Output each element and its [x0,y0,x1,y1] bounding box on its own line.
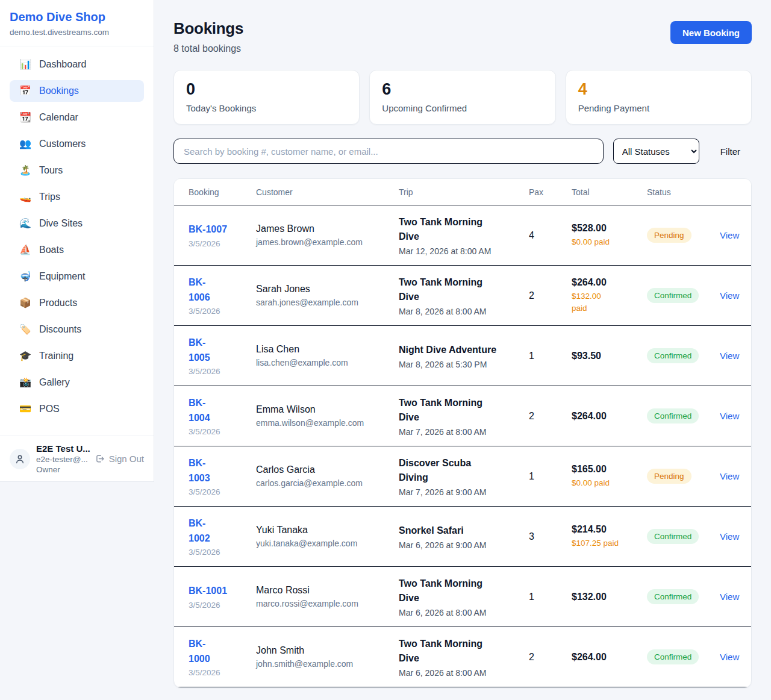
customer-name: Lisa Chen [256,344,399,355]
sidebar-item-customers[interactable]: 👥 Customers [10,133,144,155]
sidebar-item-products[interactable]: 📦 Products [10,292,144,314]
actions-cell: View [720,411,739,422]
sidebar-item-label: Discounts [39,323,81,336]
booking-cell: BK- 1003 3/5/2026 [189,456,256,497]
sidebar-item-label: Dashboard [39,58,86,70]
sidebar-item-label: Calendar [39,111,78,123]
sidebar-item-dive-sites[interactable]: 🌊 Dive Sites [10,213,144,234]
user-email: e2e-tester@... [36,455,89,464]
search-input[interactable] [173,139,604,164]
trip-cell: Snorkel Safari Mar 6, 2026 at 9:00 AM [399,523,529,550]
view-link[interactable]: View [720,592,739,602]
customer-email: john.smith@example.com [256,659,399,669]
trip-name: Two Tank Morning Dive [399,215,529,244]
table-header-row: Booking Customer Trip Pax Total Status [174,179,751,205]
sidebar-item-label: Equipment [39,270,86,283]
booking-number-link[interactable]: BK- 1003 [189,456,210,486]
total-amount: $528.00 [572,223,647,234]
sidebar-item-training[interactable]: 🎓 Training [10,345,144,367]
sidebar-item-pos[interactable]: 💳 POS [10,398,144,420]
filter-button[interactable]: Filter [709,146,752,157]
booking-number-link[interactable]: BK- 1000 [189,637,210,667]
booking-date: 3/5/2026 [189,367,256,376]
booking-date: 3/5/2026 [189,668,256,677]
status-badge: Pending [647,469,691,484]
sidebar-item-bookings[interactable]: 📅 Bookings [10,80,144,102]
booking-number-link[interactable]: BK- 1006 [189,275,210,305]
main-content: Bookings 8 total bookings New Booking 0 … [154,0,771,700]
trip-name: Two Tank Morning Dive [399,275,529,304]
column-header-total: Total [572,187,647,197]
view-link[interactable]: View [720,351,739,361]
sidebar-item-calendar[interactable]: 📆 Calendar [10,107,144,128]
wave-icon: 🌊 [19,219,31,228]
total-cell: $264.00 [572,652,647,663]
new-booking-button[interactable]: New Booking [670,21,752,44]
user-name: E2E Test U... [36,443,89,454]
status-badge: Confirmed [647,408,699,423]
pax-value: 2 [529,411,572,422]
customer-email: sarah.jones@example.com [256,298,399,307]
booking-number-link[interactable]: BK- 1002 [189,516,210,546]
stat-value: 6 [382,80,543,99]
view-link[interactable]: View [720,531,739,542]
calendar-icon: 📅 [19,86,31,96]
actions-cell: View [720,652,739,663]
booking-cell: BK- 1006 3/5/2026 [189,275,256,316]
column-header-trip: Trip [399,187,529,197]
customer-name: James Brown [256,223,399,234]
booking-date: 3/5/2026 [189,601,256,610]
credit-card-icon: 💳 [19,404,31,414]
shop-domain: demo.test.divestreams.com [10,28,144,37]
paid-amount: $0.00 paid [572,477,647,489]
trip-cell: Two Tank Morning Dive Mar 6, 2026 at 8:0… [399,637,529,678]
sidebar-item-gallery[interactable]: 📸 Gallery [10,372,144,393]
booking-number-link[interactable]: BK-1001 [189,584,227,599]
booking-cell: BK- 1000 3/5/2026 [189,637,256,678]
sidebar-item-boats[interactable]: ⛵ Boats [10,239,144,261]
view-link[interactable]: View [720,230,739,240]
table-row: BK- 1000 3/5/2026 John Smith john.smith@… [174,627,751,687]
island-icon: 🏝️ [19,166,31,175]
trip-name: Night Dive Adventure [399,343,529,357]
sign-out-button[interactable]: Sign Out [95,454,144,464]
status-filter-select[interactable]: All Statuses [613,139,699,164]
view-link[interactable]: View [720,652,739,662]
customer-name: Emma Wilson [256,404,399,415]
actions-cell: View [720,230,739,241]
stat-card: 6 Upcoming Confirmed [369,70,555,125]
sidebar-item-label: Bookings [39,85,79,97]
status-cell: Confirmed [647,348,720,363]
package-icon: 📦 [19,298,31,308]
trip-datetime: Mar 12, 2026 at 8:00 AM [399,246,529,256]
user-meta: E2E Test U... e2e-tester@... Owner [36,443,89,474]
booking-number-link[interactable]: BK- 1004 [189,396,210,426]
view-link[interactable]: View [720,290,739,301]
customer-email: lisa.chen@example.com [256,358,399,367]
sidebar-item-trips[interactable]: 🚤 Trips [10,186,144,208]
booking-number-link[interactable]: BK-1007 [189,222,227,237]
trip-name: Snorkel Safari [399,523,529,538]
stat-value: 4 [578,80,739,99]
booking-cell: BK- 1005 3/5/2026 [189,336,256,377]
booking-date: 3/5/2026 [189,427,256,436]
sidebar-item-discounts[interactable]: 🏷️ Discounts [10,319,144,340]
sidebar-item-dashboard[interactable]: 📊 Dashboard [10,54,144,75]
total-cell: $264.00 [572,411,647,422]
trip-datetime: Mar 6, 2026 at 8:00 AM [399,608,529,617]
trip-name: Two Tank Morning Dive [399,396,529,425]
total-cell: $132.00 [572,592,647,602]
view-link[interactable]: View [720,411,739,421]
status-cell: Pending [647,469,720,484]
actions-cell: View [720,531,739,542]
column-header-booking: Booking [189,187,256,197]
sidebar-item-equipment[interactable]: 🤿 Equipment [10,266,144,287]
view-link[interactable]: View [720,471,739,481]
booking-number-link[interactable]: BK- 1005 [189,336,210,366]
pax-value: 2 [529,290,572,301]
total-amount: $132.00 [572,592,647,602]
total-amount: $214.50 [572,524,647,535]
table-row: BK-1001 3/5/2026 Marco Rossi marco.rossi… [174,567,751,627]
sidebar-item-tours[interactable]: 🏝️ Tours [10,160,144,181]
total-amount: $93.50 [572,351,647,361]
